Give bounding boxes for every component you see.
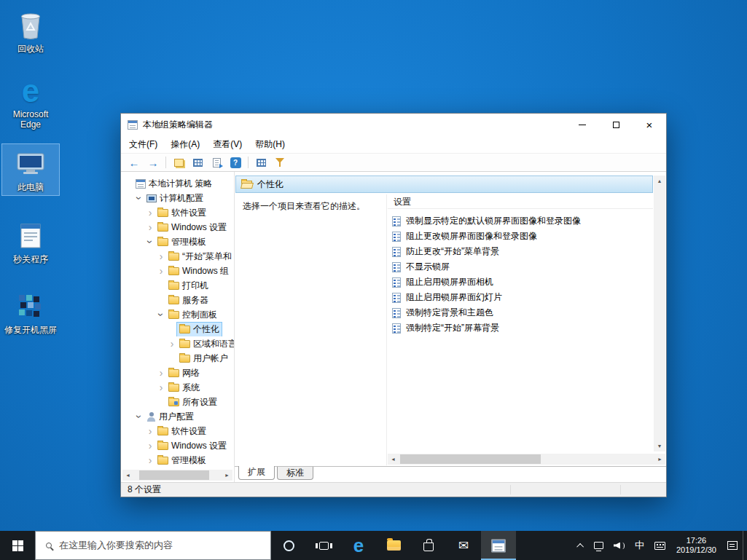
menu-action[interactable]: 操作(A) [164, 136, 206, 153]
policy-setting-row[interactable]: 阻止启用锁屏界面幻灯片 [388, 290, 653, 305]
tree-item[interactable]: › 计算机配置 [121, 191, 234, 205]
desktop-icon-microsoft-edge[interactable]: e Microsoft Edge [2, 71, 59, 133]
expander-expanded-icon[interactable]: › [156, 310, 166, 319]
toolbar-list-view-button[interactable] [252, 154, 270, 170]
expander-collapsed-icon[interactable]: › [168, 339, 176, 349]
taskbar-app-mail[interactable]: ✉ [446, 531, 481, 560]
settings-vertical-scrollbar[interactable]: ▲ ▼ [654, 176, 665, 451]
taskbar-app-gpedit[interactable] [481, 531, 516, 560]
tree-node[interactable]: 用户帐户 [176, 351, 231, 366]
menu-view[interactable]: 查看(V) [206, 136, 249, 153]
clock[interactable]: 17:26 2019/12/30 [670, 536, 722, 555]
tree-item[interactable]: › 管理模板 [121, 234, 234, 249]
start-button[interactable] [0, 531, 35, 560]
scroll-left-icon[interactable]: ◄ [388, 454, 399, 465]
expander-collapsed-icon[interactable]: › [146, 208, 155, 218]
tree-item[interactable]: › 系统 [121, 380, 234, 395]
tab-extended[interactable]: 扩展 [238, 466, 275, 480]
tree-item[interactable]: › Windows 设置 [121, 438, 234, 453]
settings-column-header[interactable]: 设置 [388, 194, 653, 209]
taskbar-app-taskview[interactable] [306, 531, 341, 560]
tree-node[interactable]: 个性化 [176, 322, 222, 336]
menu-help[interactable]: 帮助(H) [249, 136, 292, 153]
scrollbar-track[interactable] [133, 470, 222, 481]
tree-node[interactable]: 管理模板 [155, 453, 209, 468]
tree-item[interactable]: 服务器 [121, 293, 234, 307]
window-titlebar[interactable]: 本地组策略编辑器 × [121, 114, 666, 135]
expander-collapsed-icon[interactable]: › [146, 222, 155, 232]
tree-node[interactable]: “开始”菜单和 [165, 249, 234, 264]
tree-item[interactable]: › 网络 [121, 366, 234, 380]
scrollbar-thumb[interactable] [139, 470, 209, 480]
desktop-icon-fix-boot-black-screen[interactable]: 修复开机黑屏 [2, 287, 59, 338]
policy-setting-row[interactable]: 阻止更改锁屏界面图像和登录图像 [388, 229, 653, 244]
tree-item[interactable]: 个性化 [121, 322, 234, 336]
tab-standard[interactable]: 标准 [277, 467, 313, 480]
network-tray-button[interactable] [589, 531, 609, 560]
scroll-right-icon[interactable]: ► [222, 470, 232, 481]
expander-expanded-icon[interactable]: › [134, 194, 144, 202]
maximize-button[interactable] [599, 114, 633, 135]
tree-item[interactable]: › 管理模板 [121, 453, 234, 468]
scrollbar-track[interactable] [399, 454, 654, 465]
expander-collapsed-icon[interactable]: › [146, 441, 155, 451]
policy-setting-row[interactable]: 强制特定“开始”屏幕背景 [388, 320, 653, 336]
toolbar-show-window-button[interactable] [170, 154, 187, 170]
scroll-down-icon[interactable]: ▼ [654, 441, 665, 451]
tree-item[interactable]: 所有设置 [121, 395, 234, 409]
scroll-right-icon[interactable]: ► [654, 454, 665, 465]
taskbar-app-store[interactable] [411, 531, 446, 560]
taskbar-search-input[interactable]: 在这里输入你要搜索的内容 [35, 531, 271, 560]
taskbar-app-cortana[interactable] [271, 531, 306, 560]
close-button[interactable]: × [633, 114, 666, 135]
tree-item[interactable]: 本地计算机 策略 [121, 176, 234, 191]
volume-tray-button[interactable] [609, 531, 630, 560]
taskbar-app-edge[interactable]: e [341, 531, 376, 560]
toolbar-forward-button[interactable]: → [144, 154, 162, 170]
policy-setting-row[interactable]: 不显示锁屏 [388, 259, 653, 275]
tree-node[interactable]: 网络 [165, 366, 203, 380]
expander-collapsed-icon[interactable]: › [157, 368, 165, 378]
policy-setting-row[interactable]: 强制特定背景和主题色 [388, 305, 653, 320]
tree-node[interactable]: 软件设置 [155, 205, 209, 220]
toolbar-back-button[interactable]: ← [125, 154, 143, 170]
action-center-button[interactable] [722, 531, 743, 560]
tree-node[interactable]: 区域和语言 [176, 336, 234, 351]
expander-collapsed-icon[interactable]: › [157, 251, 165, 261]
tree-node[interactable]: 所有设置 [165, 395, 220, 409]
scrollbar-thumb[interactable] [400, 454, 541, 464]
tree-item[interactable]: › 区域和语言 [121, 336, 234, 351]
expander-expanded-icon[interactable]: › [134, 412, 144, 421]
show-desktop-button[interactable] [743, 531, 747, 560]
expander-collapsed-icon[interactable]: › [146, 426, 155, 436]
tree-node[interactable]: 用户配置 [144, 409, 197, 424]
scroll-left-icon[interactable]: ◄ [122, 470, 133, 481]
tree-node[interactable]: 管理模板 [155, 234, 209, 249]
desktop-icon-seconds-close-program[interactable]: 秒关程序 [2, 216, 59, 267]
expander-expanded-icon[interactable]: › [145, 237, 155, 246]
tree-item[interactable]: › Windows 组 [121, 264, 234, 278]
tree-node[interactable]: 计算机配置 [144, 191, 206, 205]
expander-collapsed-icon[interactable]: › [157, 382, 165, 393]
tree-node[interactable]: 控制面板 [165, 307, 220, 322]
policy-setting-row[interactable]: 强制显示特定的默认锁屏界面图像和登录图像 [388, 213, 653, 229]
tree-item[interactable]: › 软件设置 [121, 424, 234, 438]
toolbar-export-list-button[interactable] [208, 154, 225, 170]
tree-item[interactable]: › 控制面板 [121, 307, 234, 322]
settings-horizontal-scrollbar[interactable]: ◄ ► [388, 454, 665, 465]
ime-indicator[interactable]: 中 [630, 531, 649, 560]
tree-item[interactable]: › Windows 设置 [121, 220, 234, 234]
menu-file[interactable]: 文件(F) [122, 136, 164, 153]
tree-horizontal-scrollbar[interactable]: ◄ ► [122, 470, 232, 481]
touch-keyboard-button[interactable] [649, 531, 670, 560]
hidden-icons-chevron[interactable] [574, 531, 589, 560]
tree-node[interactable]: 本地计算机 策略 [133, 176, 215, 191]
tree-node[interactable]: Windows 设置 [155, 220, 230, 234]
tree-node[interactable]: 打印机 [165, 278, 211, 293]
toolbar-filter-button[interactable] [271, 154, 289, 170]
tree-item[interactable]: › “开始”菜单和 [121, 249, 234, 264]
expander-collapsed-icon[interactable]: › [146, 455, 155, 465]
taskbar-app-explorer[interactable] [376, 531, 411, 560]
expander-collapsed-icon[interactable]: › [157, 266, 165, 276]
tree-node[interactable]: 软件设置 [155, 424, 209, 438]
